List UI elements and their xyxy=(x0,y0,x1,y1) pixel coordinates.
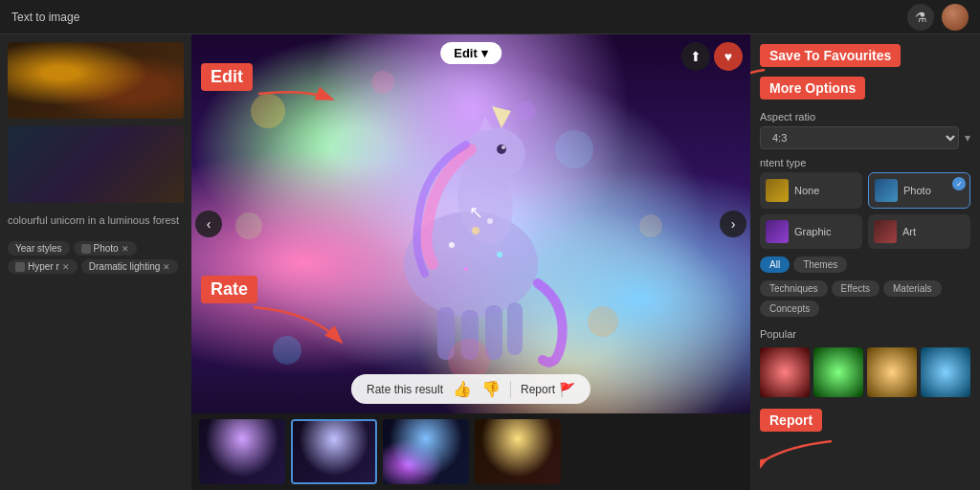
svg-point-8 xyxy=(449,242,455,248)
popular-thumb-1[interactable] xyxy=(760,347,810,397)
sidebar-thumbnail-1[interactable] xyxy=(8,42,184,119)
thumbnail-4[interactable] xyxy=(475,419,561,484)
style-tag-concepts[interactable]: Concepts xyxy=(760,301,819,317)
prev-image-button[interactable]: ‹ xyxy=(195,211,222,237)
edit-button[interactable]: Edit ▾ xyxy=(440,42,501,64)
edit-annotation-label: Edit xyxy=(201,63,253,91)
thumbs-down-button[interactable]: 👎 xyxy=(481,380,501,398)
report-text: Report xyxy=(521,383,555,396)
next-image-button[interactable]: › xyxy=(720,211,746,237)
edit-chevron-icon: ▾ xyxy=(481,46,488,60)
tag-photo-close[interactable]: ✕ xyxy=(122,244,129,254)
content-type-section: ntent type None Photo ✓ Graphic Art xyxy=(760,157,970,249)
heart-icon: ♥ xyxy=(724,49,732,64)
tag-year-styles[interactable]: Year styles xyxy=(8,241,70,256)
app-title: Text to image xyxy=(11,11,79,24)
image-action-icons: ⬆ ♥ xyxy=(681,42,743,71)
style-tag-effects[interactable]: Effects xyxy=(832,280,880,297)
style-tag-materials[interactable]: Materials xyxy=(883,280,942,297)
flask-icon[interactable]: ⚗ xyxy=(907,4,934,31)
main-image-container: ↖ Edit ▾ ⬆ ♥ ‹ xyxy=(191,34,750,413)
edit-button-label: Edit xyxy=(454,46,478,60)
rate-bar-text: Rate this result xyxy=(367,383,443,396)
tag-dramatic[interactable]: Dramatic lighting ✕ xyxy=(81,259,178,274)
ct-none-thumb xyxy=(766,179,789,202)
svg-rect-7 xyxy=(507,302,523,355)
edit-arrow xyxy=(258,84,335,122)
popular-thumb-2[interactable] xyxy=(813,347,863,397)
tag-hyper-close[interactable]: ✕ xyxy=(62,262,70,272)
top-bar: Text to image ⚗ xyxy=(0,0,980,34)
svg-rect-5 xyxy=(461,310,479,360)
ct-graphic-label: Graphic xyxy=(794,226,832,237)
sidebar-thumbnail-2[interactable] xyxy=(8,126,184,203)
ct-graphic[interactable]: Graphic xyxy=(760,214,862,249)
main-layout: colourful unicorn in a luminous forest Y… xyxy=(0,34,980,490)
svg-point-11 xyxy=(464,267,468,271)
ct-art-thumb xyxy=(874,220,897,243)
aspect-ratio-select[interactable]: 4:3 16:9 1:1 3:4 xyxy=(760,126,959,149)
style-tags-row-1: All Themes xyxy=(760,256,970,273)
style-tag-themes[interactable]: Themes xyxy=(793,256,847,273)
rate-annotation-label: Rate xyxy=(201,276,257,303)
user-avatar-icon[interactable] xyxy=(942,4,969,31)
style-tag-techniques[interactable]: Techniques xyxy=(760,280,828,297)
svg-point-10 xyxy=(497,252,502,257)
thumbnail-3[interactable] xyxy=(383,419,469,484)
svg-marker-3 xyxy=(492,106,511,128)
thumbnail-2[interactable] xyxy=(291,419,377,484)
prompt-text: colourful unicorn in a luminous forest xyxy=(8,211,184,230)
popular-label: Popular xyxy=(760,328,970,340)
share-icon: ⬆ xyxy=(690,49,702,64)
popular-thumb-3[interactable] xyxy=(867,347,917,397)
svg-point-23 xyxy=(273,336,301,365)
thumbs-up-button[interactable]: 👍 xyxy=(453,380,472,398)
main-image: ↖ Edit ▾ ⬆ ♥ ‹ xyxy=(191,34,750,413)
ct-photo[interactable]: Photo ✓ xyxy=(868,172,970,209)
aspect-ratio-label: Aspect ratio xyxy=(760,111,970,122)
svg-point-13 xyxy=(497,145,506,154)
svg-point-16 xyxy=(251,94,285,128)
svg-rect-4 xyxy=(437,307,455,360)
report-arrow xyxy=(760,432,836,470)
report-annotation-label: Report xyxy=(760,409,822,432)
next-arrow-icon: › xyxy=(731,216,736,232)
aspect-chevron-icon: ▾ xyxy=(965,131,970,145)
right-sidebar: Save To Favourites More Options Aspect r… xyxy=(750,34,980,490)
flag-icon: 🚩 xyxy=(559,382,575,397)
report-button[interactable]: Report 🚩 xyxy=(521,382,575,397)
ct-photo-thumb xyxy=(875,179,898,202)
svg-point-14 xyxy=(501,145,505,149)
content-type-label: ntent type xyxy=(760,157,970,168)
svg-point-12 xyxy=(487,218,493,224)
rate-arrow xyxy=(254,302,349,350)
ct-art-label: Art xyxy=(902,226,916,237)
tag-photo[interactable]: Photo ✕ xyxy=(74,241,137,256)
aspect-ratio-section: Aspect ratio 4:3 16:9 1:1 3:4 ▾ xyxy=(760,111,970,149)
thumbnail-1[interactable] xyxy=(199,419,285,484)
ct-photo-label: Photo xyxy=(903,185,931,196)
svg-rect-6 xyxy=(485,305,502,360)
svg-point-19 xyxy=(235,212,262,239)
tag-dramatic-close[interactable]: ✕ xyxy=(163,262,170,272)
rate-divider xyxy=(510,381,511,398)
tag-hyper[interactable]: Hyper r ✕ xyxy=(8,259,78,274)
share-button[interactable]: ⬆ xyxy=(681,42,710,71)
content-type-grid: None Photo ✓ Graphic Art xyxy=(760,172,970,249)
popular-thumb-4[interactable] xyxy=(921,347,970,397)
style-tag-all[interactable]: All xyxy=(760,256,790,273)
svg-marker-15 xyxy=(479,116,493,130)
rate-annotation: Rate xyxy=(201,276,257,303)
ct-graphic-thumb xyxy=(766,220,789,243)
ct-art[interactable]: Art xyxy=(868,214,970,249)
rate-bar: Rate this result 👍 👎 Report 🚩 xyxy=(351,374,590,404)
more-options-annotation-label: More Options xyxy=(760,77,865,100)
ct-none[interactable]: None xyxy=(760,172,862,209)
thumbnail-strip xyxy=(191,413,750,490)
left-sidebar: colourful unicorn in a luminous forest Y… xyxy=(0,34,191,490)
save-favourites-button[interactable]: ♥ xyxy=(714,42,743,71)
tag-row: Year styles Photo ✕ Hyper r ✕ Dramatic l… xyxy=(8,241,184,274)
ct-none-label: None xyxy=(794,185,819,196)
cursor-pointer: ↖ xyxy=(469,202,483,223)
more-options-annotation-area: More Options xyxy=(760,77,970,100)
